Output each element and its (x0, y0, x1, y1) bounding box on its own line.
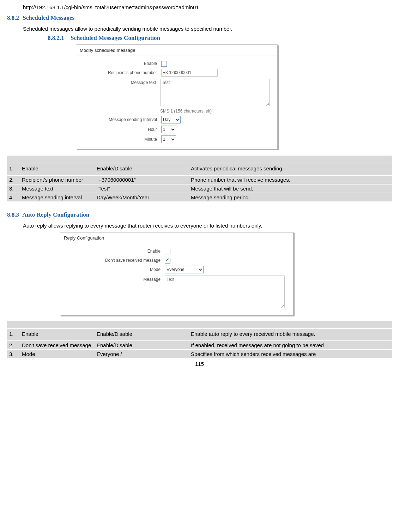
chars-left-hint: SMS 1 (156 characters left) (160, 109, 270, 114)
secnum: 8.8.3 (7, 211, 19, 218)
enable-label: Enable (78, 60, 161, 66)
cell-desc: Message that will be send. (189, 184, 392, 193)
mode-label: Mode (62, 266, 165, 272)
message-text-input[interactable] (160, 79, 270, 106)
enable-label: Enable (62, 247, 165, 254)
minute-select[interactable]: 1 (161, 135, 176, 143)
table-row: 3. Mode Everyone / Specifies from which … (7, 350, 392, 358)
cell-name: Recipient's phone number (20, 175, 95, 184)
hour-select[interactable]: 1 (161, 126, 176, 133)
cell-val: “Test” (95, 184, 189, 193)
cell-desc: Message sending period. (189, 193, 392, 201)
cell-val: Everyone / (95, 350, 189, 358)
table-row: 2. Recipient's phone number “+3706000000… (7, 175, 392, 184)
interval-select[interactable]: Day (161, 116, 181, 123)
sec-882-text: Scheduled messages allow to periodically… (23, 26, 392, 32)
page-number: 115 (7, 361, 392, 367)
cell-desc: Activates periodical messages sending. (189, 163, 392, 175)
cell-num: 3. (7, 184, 20, 193)
fig1-title: Modify scheduled message (76, 45, 277, 55)
figure-reply-configuration: Reply Configuration Enable Don't save re… (60, 232, 294, 315)
minute-label: Minute (78, 135, 161, 142)
cell-num: 1. (7, 163, 20, 175)
cell-desc: If enabled, received messages are not go… (189, 341, 392, 350)
cell-val: Enable/Disable (95, 328, 189, 341)
sectitle: Auto Reply Configuration (22, 211, 89, 218)
table-row: 4. Message sending interval Day/Week/Mon… (7, 193, 392, 201)
cell-name: Message sending interval (20, 193, 95, 201)
enable-checkbox[interactable] (161, 61, 167, 67)
interval-label: Message sending Interval (78, 116, 161, 122)
cell-num: 2. (7, 175, 20, 184)
cell-desc: Specifies from which senders received me… (189, 350, 392, 358)
secnum: 8.8.2 (7, 14, 19, 22)
table-row: 1. Enable Enable/Disable Enable auto rep… (7, 328, 392, 341)
table-scheduled-params: 1. Enable Enable/Disable Activates perio… (7, 156, 392, 201)
mode-select[interactable]: Everyone (165, 266, 204, 273)
cell-name: Message text (20, 184, 95, 193)
cell-name: Enable (20, 328, 95, 341)
cell-num: 2. (7, 341, 20, 350)
table-row: 1. Enable Enable/Disable Activates perio… (7, 163, 392, 175)
recipient-label: Recipient's phone number (78, 69, 161, 75)
cell-val: Enable/Disable (95, 163, 189, 175)
cell-num: 4. (7, 193, 20, 201)
cell-val: “+37060000001” (95, 175, 189, 184)
table-autoreply-params: 1. Enable Enable/Disable Enable auto rep… (7, 321, 392, 358)
recipient-input[interactable] (161, 69, 218, 77)
cell-name: Mode (20, 350, 95, 358)
secnum: 8.8.2.1 (48, 35, 64, 42)
message-label: Message (62, 276, 165, 282)
sectitle: Scheduled Messages Configuration (71, 35, 160, 41)
heading-883: 8.8.3 Auto Reply Configuration (7, 211, 392, 219)
sec-883-text: Auto reply allows replying to every mess… (23, 223, 392, 229)
reply-message-input[interactable] (165, 276, 285, 308)
dontsave-checkbox[interactable] (165, 258, 170, 264)
figure-modify-scheduled-message: Modify scheduled message Enable Recipien… (76, 44, 278, 149)
hour-label: Hour (78, 126, 161, 132)
reply-enable-checkbox[interactable] (165, 249, 170, 254)
table-row: 2. Don't save received message Enable/Di… (7, 341, 392, 350)
example-url: http://192.168.1.1/cgi-bin/sms_total?use… (23, 4, 392, 10)
heading-882: 8.8.2 Scheduled Messages (7, 14, 392, 22)
fig2-title: Reply Configuration (60, 232, 293, 243)
cell-val: Day/Week/Month/Year (95, 193, 189, 201)
dontsave-label: Don't save received message (62, 256, 165, 263)
cell-num: 1. (7, 328, 20, 341)
heading-8821: 8.8.2.1 Scheduled Messages Configuration (48, 35, 392, 42)
table-row: 3. Message text “Test” Message that will… (7, 184, 392, 193)
cell-name: Enable (20, 163, 95, 175)
cell-name: Don't save received message (20, 341, 95, 350)
sectitle: Scheduled Messages (23, 14, 74, 21)
cell-num: 3. (7, 350, 20, 358)
cell-desc: Enable auto reply to every received mobi… (189, 328, 392, 341)
message-text-label: Message text (78, 79, 160, 85)
cell-desc: Phone number that will receive messages. (189, 175, 392, 184)
cell-val: Enable/Disable (95, 341, 189, 350)
